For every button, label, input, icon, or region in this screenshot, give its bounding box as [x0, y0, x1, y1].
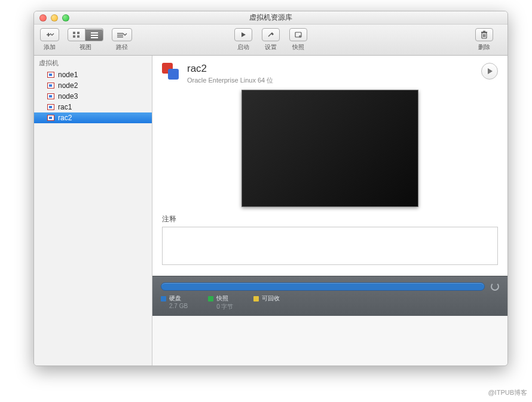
- toolbar-group-path: 路径: [112, 28, 132, 51]
- body: 虚拟机 node1node2node3rac1rac2 rac2 Oracle …: [34, 56, 507, 366]
- svg-rect-7: [117, 33, 123, 34]
- vm-icon: [47, 83, 54, 89]
- vm-icon: [47, 104, 54, 110]
- notes-input[interactable]: [162, 227, 498, 265]
- sidebar-header: 虚拟机: [34, 56, 152, 69]
- svg-rect-6: [91, 37, 98, 38]
- view-label: 视图: [80, 43, 91, 51]
- legend-label: 可回收: [262, 294, 280, 303]
- svg-rect-2: [73, 35, 75, 38]
- view-segment: [68, 28, 103, 41]
- add-label: 添加: [44, 43, 56, 51]
- settings-button[interactable]: [262, 28, 280, 41]
- disk-usage-bar: [161, 282, 485, 291]
- snapshot-button[interactable]: [289, 28, 307, 41]
- sidebar-item-rac2[interactable]: rac2: [34, 112, 152, 123]
- svg-rect-3: [77, 35, 80, 38]
- sidebar-item-label: rac2: [58, 114, 72, 122]
- start-label: 启动: [237, 43, 249, 51]
- snapshot-label: 快照: [292, 43, 304, 51]
- vm-screen-preview[interactable]: [241, 90, 418, 207]
- legend-value: 0 字节: [216, 303, 233, 311]
- preview-area: [152, 90, 507, 214]
- sidebar-item-node1[interactable]: node1: [34, 69, 152, 80]
- legend-item-blue: 硬盘2.7 GB: [161, 294, 188, 311]
- status-bar: 硬盘2.7 GB快照0 字节可回收: [152, 276, 507, 316]
- vm-icon: [47, 93, 54, 99]
- vm-name: rac2: [187, 63, 273, 75]
- toolbar: 添加 视图 路径 启动: [34, 25, 507, 56]
- app-window: 虚拟机资源库 添加 视图 路径: [33, 11, 508, 366]
- vm-icon: [47, 72, 54, 78]
- legend: 硬盘2.7 GB快照0 字节可回收: [161, 294, 499, 311]
- svg-rect-13: [481, 32, 487, 33]
- vm-subtitle: Oracle Enterprise Linux 64 位: [187, 76, 273, 85]
- sidebar-item-rac1[interactable]: rac1: [34, 102, 152, 112]
- legend-label: 硬盘: [169, 294, 181, 303]
- sidebar-item-label: node3: [58, 92, 78, 100]
- start-button[interactable]: [234, 28, 252, 41]
- sidebar-item-node2[interactable]: node2: [34, 80, 152, 91]
- detail-pane: rac2 Oracle Enterprise Linux 64 位 注释: [152, 56, 507, 366]
- progress-row: [161, 282, 499, 291]
- toolbar-center: 启动 设置 快照: [230, 28, 312, 51]
- svg-rect-8: [117, 35, 123, 36]
- svg-rect-0: [73, 32, 75, 34]
- toolbar-group-start: 启动: [234, 28, 252, 51]
- sidebar: 虚拟机 node1node2node3rac1rac2: [34, 56, 152, 366]
- notes-label: 注释: [162, 214, 498, 224]
- legend-item-green: 快照0 字节: [208, 294, 233, 311]
- legend-swatch: [208, 296, 213, 302]
- toolbar-group-settings: 设置: [262, 28, 280, 51]
- notes-section: 注释: [152, 214, 507, 276]
- svg-point-11: [299, 35, 301, 38]
- vm-icon: [47, 115, 54, 121]
- play-icon: [488, 68, 493, 74]
- legend-value: 2.7 GB: [169, 303, 188, 309]
- window-title: 虚拟机资源库: [34, 13, 507, 23]
- view-list-button[interactable]: [85, 28, 103, 41]
- svg-rect-1: [77, 32, 80, 34]
- path-button[interactable]: [112, 28, 132, 41]
- path-label: 路径: [116, 43, 128, 51]
- settings-label: 设置: [265, 43, 277, 51]
- toolbar-group-view: 视图: [68, 28, 103, 51]
- toolbar-group-snapshot: 快照: [289, 28, 307, 51]
- svg-rect-14: [483, 31, 485, 32]
- legend-swatch: [253, 296, 259, 302]
- legend-swatch: [161, 296, 166, 302]
- legend-label: 快照: [216, 294, 228, 303]
- sidebar-item-node3[interactable]: node3: [34, 91, 152, 102]
- view-grid-button[interactable]: [68, 28, 85, 41]
- sidebar-item-label: node2: [58, 81, 78, 90]
- svg-rect-5: [91, 35, 98, 36]
- legend-item-yellow: 可回收: [253, 294, 280, 311]
- vm-app-icon: [162, 63, 181, 82]
- toolbar-group-add: 添加: [40, 28, 59, 51]
- sidebar-item-label: node1: [58, 71, 78, 79]
- watermark: @ITPUB博客: [488, 388, 527, 397]
- play-button[interactable]: [481, 63, 498, 80]
- delete-label: 删除: [478, 43, 490, 51]
- sidebar-item-label: rac1: [58, 103, 72, 111]
- svg-rect-4: [91, 32, 98, 34]
- activity-spinner-icon: [491, 282, 499, 291]
- vm-title-block: rac2 Oracle Enterprise Linux 64 位: [187, 63, 273, 85]
- titlebar: 虚拟机资源库: [34, 11, 507, 25]
- svg-rect-9: [117, 36, 123, 38]
- toolbar-group-delete: 删除: [475, 28, 493, 51]
- add-button[interactable]: [40, 28, 59, 41]
- delete-button[interactable]: [475, 28, 493, 41]
- detail-header: rac2 Oracle Enterprise Linux 64 位: [152, 56, 507, 90]
